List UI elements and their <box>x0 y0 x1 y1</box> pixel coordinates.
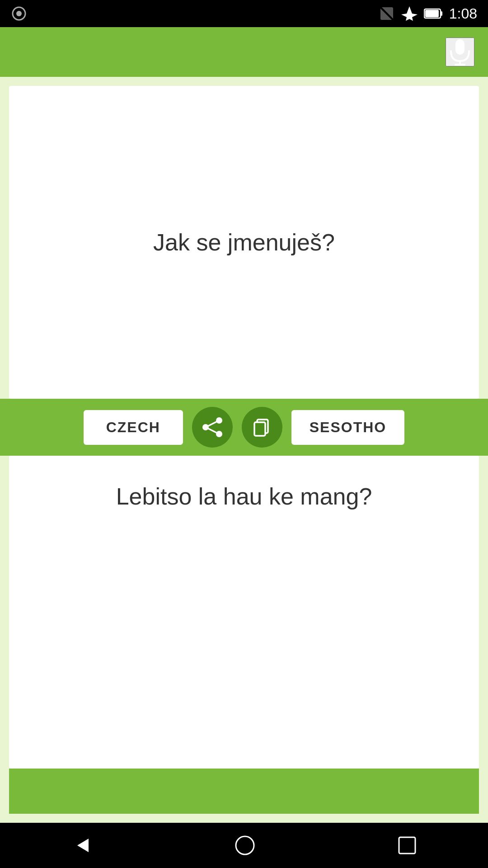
share-button[interactable] <box>192 407 233 448</box>
recents-icon <box>397 835 418 856</box>
no-sim-icon <box>379 5 395 22</box>
svg-line-13 <box>206 420 219 427</box>
source-text: Jak se jmenuješ? <box>135 211 353 274</box>
target-panel: Lebitso la hau ke mang? <box>9 456 479 769</box>
target-language-button[interactable]: SESOTHO <box>291 410 404 445</box>
svg-rect-6 <box>425 10 439 17</box>
svg-marker-17 <box>77 839 89 852</box>
svg-line-14 <box>206 427 219 434</box>
mic-icon <box>449 38 471 66</box>
svg-rect-5 <box>441 11 442 16</box>
share-icon <box>202 417 223 438</box>
source-panel: Jak se jmenuješ? <box>9 86 479 399</box>
app-bar <box>0 27 488 77</box>
status-right: 1:08 <box>379 5 477 22</box>
status-bar: 1:08 <box>0 0 488 27</box>
back-icon <box>70 834 93 857</box>
nav-bar <box>0 823 488 868</box>
copy-button[interactable] <box>242 407 282 448</box>
home-icon <box>234 834 256 857</box>
airplane-icon <box>401 5 418 22</box>
copy-icon <box>252 417 272 438</box>
mic-button[interactable] <box>446 38 474 66</box>
main-content: Jak se jmenuješ? CZECH SESOTHO Lebitso l… <box>0 77 488 823</box>
svg-point-18 <box>236 836 254 854</box>
battery-icon <box>424 7 443 20</box>
svg-rect-16 <box>254 422 265 436</box>
home-button[interactable] <box>234 834 256 857</box>
svg-rect-7 <box>455 39 465 55</box>
back-button[interactable] <box>70 834 93 857</box>
svg-rect-19 <box>399 837 415 854</box>
svg-point-1 <box>16 11 22 16</box>
bottom-action-bar <box>9 769 479 814</box>
target-text: Lebitso la hau ke mang? <box>98 456 390 537</box>
language-bar: CZECH SESOTHO <box>0 399 488 456</box>
settings-icon <box>11 5 27 22</box>
source-language-button[interactable]: CZECH <box>84 410 183 445</box>
recents-button[interactable] <box>397 835 418 856</box>
status-time: 1:08 <box>449 5 477 22</box>
status-left <box>11 5 27 22</box>
